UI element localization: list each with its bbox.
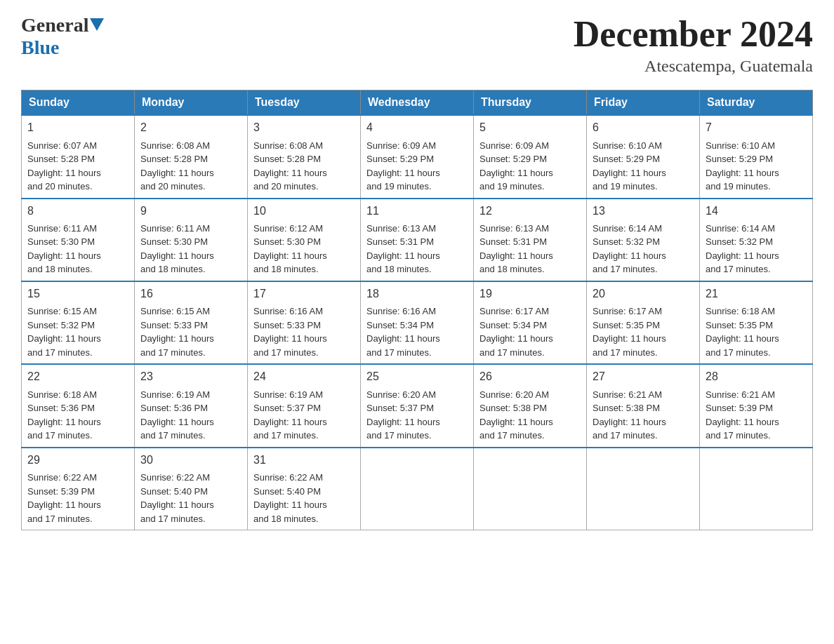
header-sunday: Sunday <box>22 90 135 116</box>
day-info: Sunrise: 6:18 AMSunset: 5:36 PMDaylight:… <box>27 388 128 443</box>
day-number: 16 <box>140 286 241 302</box>
day-number: 24 <box>253 369 355 384</box>
day-info: Sunrise: 6:12 AMSunset: 5:30 PMDaylight:… <box>253 222 355 276</box>
calendar-cell: 26Sunrise: 6:20 AMSunset: 5:38 PMDayligh… <box>474 364 587 447</box>
calendar-cell: 8Sunrise: 6:11 AMSunset: 5:30 PMDaylight… <box>22 199 135 281</box>
day-number: 8 <box>27 203 128 219</box>
day-info: Sunrise: 6:14 AMSunset: 5:32 PMDaylight:… <box>706 222 807 276</box>
location-title: Atescatempa, Guatemala <box>574 57 813 76</box>
calendar-cell: 5Sunrise: 6:09 AMSunset: 5:29 PMDaylight… <box>474 115 587 198</box>
day-number: 17 <box>253 286 355 302</box>
day-info: Sunrise: 6:11 AMSunset: 5:30 PMDaylight:… <box>140 222 241 276</box>
header-thursday: Thursday <box>474 90 587 116</box>
calendar-cell: 15Sunrise: 6:15 AMSunset: 5:32 PMDayligh… <box>22 281 135 364</box>
calendar-cell: 16Sunrise: 6:15 AMSunset: 5:33 PMDayligh… <box>135 281 248 364</box>
day-info: Sunrise: 6:17 AMSunset: 5:35 PMDaylight:… <box>593 304 694 359</box>
day-info: Sunrise: 6:18 AMSunset: 5:35 PMDaylight:… <box>706 304 807 359</box>
day-info: Sunrise: 6:15 AMSunset: 5:32 PMDaylight:… <box>27 304 128 359</box>
calendar-cell: 1Sunrise: 6:07 AMSunset: 5:28 PMDaylight… <box>22 115 135 198</box>
day-number: 7 <box>706 120 807 135</box>
calendar-header-row: SundayMondayTuesdayWednesdayThursdayFrid… <box>22 90 813 116</box>
day-info: Sunrise: 6:22 AMSunset: 5:40 PMDaylight:… <box>140 471 241 525</box>
day-number: 31 <box>253 452 355 468</box>
day-info: Sunrise: 6:16 AMSunset: 5:33 PMDaylight:… <box>253 304 355 359</box>
day-number: 15 <box>27 286 128 302</box>
week-row-5: 29Sunrise: 6:22 AMSunset: 5:39 PMDayligh… <box>22 448 813 530</box>
day-info: Sunrise: 6:21 AMSunset: 5:38 PMDaylight:… <box>593 388 694 443</box>
calendar-cell: 12Sunrise: 6:13 AMSunset: 5:31 PMDayligh… <box>474 199 587 281</box>
logo-text: General <box>21 14 104 36</box>
calendar-cell: 2Sunrise: 6:08 AMSunset: 5:28 PMDaylight… <box>135 115 248 198</box>
week-row-4: 22Sunrise: 6:18 AMSunset: 5:36 PMDayligh… <box>22 364 813 447</box>
day-number: 18 <box>366 286 468 302</box>
calendar-cell <box>474 448 587 530</box>
day-number: 29 <box>27 452 128 468</box>
title-area: December 2024 Atescatempa, Guatemala <box>574 14 813 76</box>
day-number: 12 <box>479 203 581 219</box>
day-number: 21 <box>706 286 807 302</box>
header-tuesday: Tuesday <box>248 90 361 116</box>
calendar-cell: 4Sunrise: 6:09 AMSunset: 5:29 PMDaylight… <box>361 115 474 198</box>
day-info: Sunrise: 6:21 AMSunset: 5:39 PMDaylight:… <box>706 388 807 443</box>
day-info: Sunrise: 6:19 AMSunset: 5:36 PMDaylight:… <box>140 388 241 443</box>
day-number: 4 <box>366 120 468 135</box>
day-info: Sunrise: 6:20 AMSunset: 5:37 PMDaylight:… <box>366 388 468 443</box>
day-number: 27 <box>593 369 694 384</box>
logo-blue-part <box>88 18 104 32</box>
day-info: Sunrise: 6:17 AMSunset: 5:34 PMDaylight:… <box>479 304 581 359</box>
header-saturday: Saturday <box>700 90 813 116</box>
logo-general: General <box>21 14 88 36</box>
day-number: 5 <box>479 120 581 135</box>
day-number: 23 <box>140 369 241 384</box>
day-info: Sunrise: 6:14 AMSunset: 5:32 PMDaylight:… <box>593 222 694 276</box>
calendar-cell: 6Sunrise: 6:10 AMSunset: 5:29 PMDaylight… <box>587 115 700 198</box>
day-info: Sunrise: 6:22 AMSunset: 5:40 PMDaylight:… <box>253 471 355 525</box>
day-info: Sunrise: 6:09 AMSunset: 5:29 PMDaylight:… <box>479 139 581 194</box>
calendar-cell: 24Sunrise: 6:19 AMSunset: 5:37 PMDayligh… <box>248 364 361 447</box>
day-info: Sunrise: 6:10 AMSunset: 5:29 PMDaylight:… <box>706 139 807 194</box>
week-row-2: 8Sunrise: 6:11 AMSunset: 5:30 PMDaylight… <box>22 199 813 281</box>
calendar-cell: 9Sunrise: 6:11 AMSunset: 5:30 PMDaylight… <box>135 199 248 281</box>
calendar-cell: 13Sunrise: 6:14 AMSunset: 5:32 PMDayligh… <box>587 199 700 281</box>
logo-triangle-icon <box>90 18 104 31</box>
day-number: 22 <box>27 369 128 384</box>
day-info: Sunrise: 6:08 AMSunset: 5:28 PMDaylight:… <box>253 139 355 194</box>
header-friday: Friday <box>587 90 700 116</box>
day-number: 10 <box>253 203 355 219</box>
day-number: 20 <box>593 286 694 302</box>
day-number: 14 <box>706 203 807 219</box>
calendar-cell: 11Sunrise: 6:13 AMSunset: 5:31 PMDayligh… <box>361 199 474 281</box>
day-info: Sunrise: 6:10 AMSunset: 5:29 PMDaylight:… <box>593 139 694 194</box>
calendar-cell: 27Sunrise: 6:21 AMSunset: 5:38 PMDayligh… <box>587 364 700 447</box>
calendar-cell: 7Sunrise: 6:10 AMSunset: 5:29 PMDaylight… <box>700 115 813 198</box>
calendar-cell: 29Sunrise: 6:22 AMSunset: 5:39 PMDayligh… <box>22 448 135 530</box>
calendar-cell <box>361 448 474 530</box>
calendar-cell: 21Sunrise: 6:18 AMSunset: 5:35 PMDayligh… <box>700 281 813 364</box>
calendar-cell: 22Sunrise: 6:18 AMSunset: 5:36 PMDayligh… <box>22 364 135 447</box>
day-number: 25 <box>366 369 468 384</box>
day-info: Sunrise: 6:20 AMSunset: 5:38 PMDaylight:… <box>479 388 581 443</box>
calendar-cell: 31Sunrise: 6:22 AMSunset: 5:40 PMDayligh… <box>248 448 361 530</box>
day-number: 9 <box>140 203 241 219</box>
day-number: 6 <box>593 120 694 135</box>
day-number: 2 <box>140 120 241 135</box>
month-title: December 2024 <box>574 14 813 54</box>
calendar-cell <box>587 448 700 530</box>
logo-blue: Blue <box>21 36 59 59</box>
calendar-table: SundayMondayTuesdayWednesdayThursdayFrid… <box>21 90 813 530</box>
day-number: 28 <box>706 369 807 384</box>
day-info: Sunrise: 6:07 AMSunset: 5:28 PMDaylight:… <box>27 139 128 194</box>
calendar-cell: 3Sunrise: 6:08 AMSunset: 5:28 PMDaylight… <box>248 115 361 198</box>
page-header: General Blue December 2024 Atescatempa, … <box>21 14 813 76</box>
day-number: 26 <box>479 369 581 384</box>
calendar-cell: 28Sunrise: 6:21 AMSunset: 5:39 PMDayligh… <box>700 364 813 447</box>
day-number: 30 <box>140 452 241 468</box>
calendar-cell: 14Sunrise: 6:14 AMSunset: 5:32 PMDayligh… <box>700 199 813 281</box>
day-number: 1 <box>27 120 128 135</box>
header-wednesday: Wednesday <box>361 90 474 116</box>
calendar-cell: 20Sunrise: 6:17 AMSunset: 5:35 PMDayligh… <box>587 281 700 364</box>
week-row-3: 15Sunrise: 6:15 AMSunset: 5:32 PMDayligh… <box>22 281 813 364</box>
day-number: 3 <box>253 120 355 135</box>
day-number: 11 <box>366 203 468 219</box>
day-info: Sunrise: 6:22 AMSunset: 5:39 PMDaylight:… <box>27 471 128 525</box>
